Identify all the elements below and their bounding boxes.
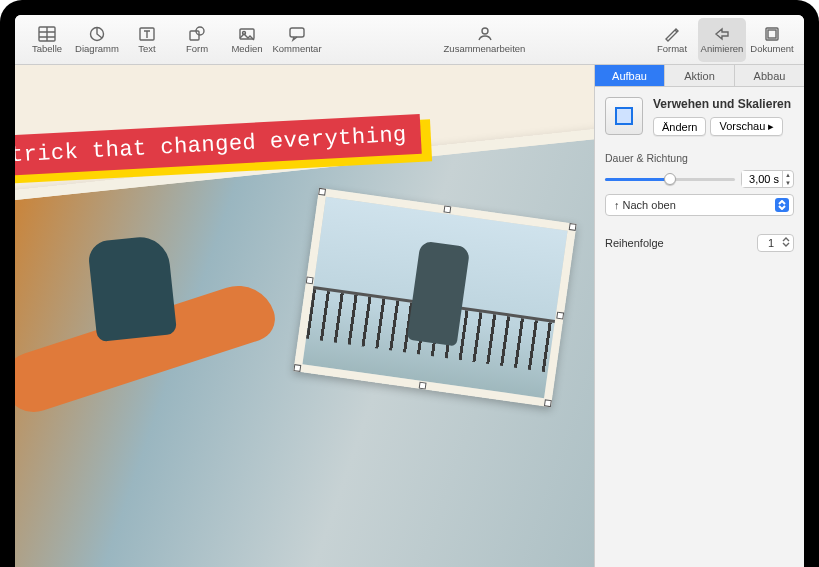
direction-select[interactable]: ↑ Nach oben xyxy=(605,194,794,216)
toolbar-dokument[interactable]: Dokument xyxy=(748,18,796,62)
toolbar-animieren[interactable]: Animieren xyxy=(698,18,746,62)
svg-rect-3 xyxy=(190,31,199,40)
tab-aufbau[interactable]: Aufbau xyxy=(595,65,665,86)
collaborate-icon xyxy=(475,25,495,43)
chevron-updown-icon xyxy=(782,237,790,249)
tab-abbau[interactable]: Abbau xyxy=(735,65,804,86)
toolbar-text[interactable]: Text xyxy=(123,18,171,62)
comment-icon xyxy=(287,25,307,43)
duration-input[interactable] xyxy=(742,171,782,187)
table-icon xyxy=(37,25,57,43)
svg-rect-7 xyxy=(290,28,304,37)
selection-handles[interactable] xyxy=(298,192,572,402)
stepper-down-icon[interactable]: ▼ xyxy=(783,179,793,187)
toolbar-form[interactable]: Form xyxy=(173,18,221,62)
toolbar-format[interactable]: Format xyxy=(648,18,696,62)
effect-name: Verwehen und Skalieren xyxy=(653,97,794,111)
toolbar-medien[interactable]: Medien xyxy=(223,18,271,62)
effect-thumbnail xyxy=(605,97,643,135)
photo-small-selected[interactable] xyxy=(293,188,576,407)
toolbar-kommentar[interactable]: Kommentar xyxy=(273,18,321,62)
tab-aktion[interactable]: Aktion xyxy=(665,65,735,86)
duration-label: Dauer & Richtung xyxy=(605,152,794,164)
format-icon xyxy=(662,25,682,43)
toolbar-zusammenarbeiten[interactable]: Zusammenarbeiten xyxy=(435,18,535,62)
change-effect-button[interactable]: Ändern xyxy=(653,117,706,136)
order-select[interactable]: 1 xyxy=(757,234,794,252)
toolbar: Tabelle Diagramm Text Form Medien xyxy=(15,15,804,65)
chart-icon xyxy=(87,25,107,43)
toolbar-tabelle[interactable]: Tabelle xyxy=(23,18,71,62)
toolbar-diagramm[interactable]: Diagramm xyxy=(73,18,121,62)
duration-stepper[interactable]: ▲▼ xyxy=(741,170,794,188)
stepper-up-icon[interactable]: ▲ xyxy=(783,171,793,179)
svg-point-8 xyxy=(482,28,488,34)
media-icon xyxy=(237,25,257,43)
text-icon xyxy=(137,25,157,43)
chevron-updown-icon xyxy=(775,198,789,212)
animate-icon xyxy=(712,25,732,43)
svg-rect-10 xyxy=(768,30,776,38)
order-label: Reihenfolge xyxy=(605,237,664,249)
slide-canvas[interactable]: trick that changed everything xyxy=(15,65,594,567)
preview-button[interactable]: Vorschau ▸ xyxy=(710,117,783,136)
duration-slider[interactable] xyxy=(605,172,735,186)
document-icon xyxy=(762,25,782,43)
shape-icon xyxy=(187,25,207,43)
inspector-sidebar: Aufbau Aktion Abbau Verwehen und Skalier… xyxy=(594,65,804,567)
